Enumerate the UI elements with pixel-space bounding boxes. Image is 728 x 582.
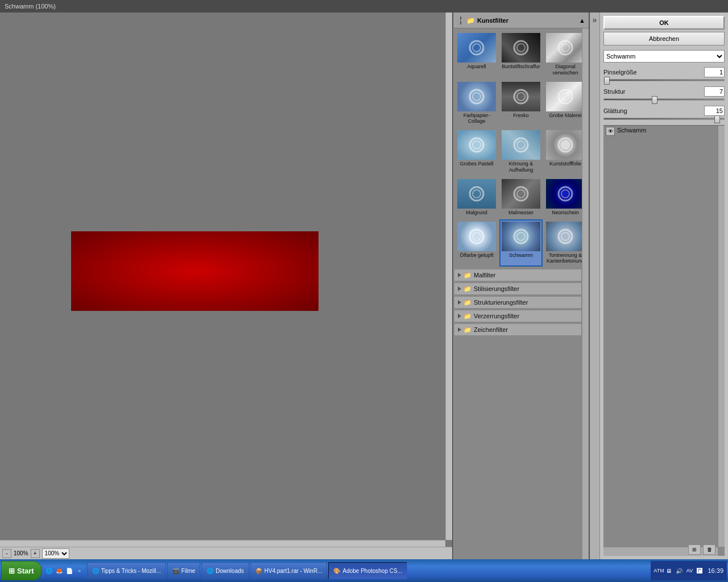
taskbar-item-downloads[interactable]: 🌐 Downloads: [201, 562, 249, 579]
taskbar: ⊞ Start 🌐 🦊 📄 » 🌐 Tipps & Tricks - Mozil…: [0, 559, 728, 582]
filter-item-label: Farbpapier-Collage: [457, 113, 496, 125]
cancel-button[interactable]: Abbrechen: [603, 32, 725, 45]
struktur-input[interactable]: [704, 86, 725, 97]
svg-point-8: [514, 90, 528, 103]
struktur-slider[interactable]: [603, 98, 725, 101]
filter-item-grobes-pastell[interactable]: Grobes Pastell: [455, 128, 498, 176]
taskbar-item-filme[interactable]: 🎬 Filme: [167, 562, 200, 579]
filter-item-buntstiftschraffur[interactable]: Buntstiftschraffur: [499, 31, 543, 78]
filter-folder-icon: 📁: [466, 16, 475, 24]
canvas-scroll-h[interactable]: [0, 540, 445, 547]
taskbar-item-photoshop[interactable]: 🎨 Adobe Photoshop CS...: [328, 562, 407, 579]
filter-item-neonschein[interactable]: Neonschein: [544, 177, 582, 218]
preview-eye-button[interactable]: 👁: [606, 127, 615, 136]
tray-icon-av[interactable]: AV: [685, 566, 694, 575]
tray-icon-volume[interactable]: 🔊: [675, 566, 684, 575]
tray-icon-network[interactable]: 🖥: [664, 566, 673, 575]
zeichen-header[interactable]: 📁 Zeichenfilter: [454, 323, 582, 336]
filter-thumb: [457, 82, 496, 111]
filter-panel: 📁 Kunstfilter ▲ AquarellBuntstiftschraff…: [453, 13, 590, 559]
svg-point-6: [470, 90, 483, 103]
malfilter-header[interactable]: 📁 Malfilter: [454, 269, 582, 281]
filter-item-farbpapier-collage[interactable]: Farbpapier-Collage: [455, 80, 498, 127]
canvas-zoom-select[interactable]: 100%: [42, 548, 69, 559]
collapse-arrow[interactable]: »: [593, 16, 597, 24]
filter-panel-inner: AquarellBuntstiftschraffurDiagonal verwi…: [454, 28, 589, 559]
taskbar-item-downloads-icon: 🌐: [206, 568, 213, 574]
struktur-group: Struktur: [603, 86, 725, 102]
collapse-icon[interactable]: [457, 15, 464, 26]
filter-item-körnung-&-aufhellung[interactable]: Körnung & Aufhellung: [499, 128, 543, 176]
malfilter-label: Malfilter: [474, 272, 496, 278]
filter-item-tontrennung-&-kantenbetonung[interactable]: Tontrennung & Kantenbetonung: [544, 219, 582, 267]
taskbar-ql-2[interactable]: 🦊: [55, 566, 64, 575]
strukturierung-header[interactable]: 📁 Strukturierungsfilter: [454, 296, 582, 309]
verzerrung-header[interactable]: 📁 Verzerrungsfilter: [454, 310, 582, 322]
filter-item-label: Buntstiftschraffur: [502, 64, 540, 70]
ok-button[interactable]: OK: [603, 16, 725, 30]
svg-point-17: [561, 141, 569, 149]
taskbar-item-photoshop-icon: 🎨: [333, 568, 340, 574]
pinselgroesse-input[interactable]: [704, 67, 725, 77]
filter-item-diagonal-verwischen[interactable]: Diagonal verwischen: [544, 31, 582, 78]
filter-item-label: Ölfarbe getupft: [460, 252, 494, 259]
filter-list[interactable]: AquarellBuntstiftschraffurDiagonal verwi…: [454, 28, 582, 559]
taskbar-item-winrar-icon: 📦: [255, 568, 262, 574]
tray-icon-ps[interactable]: 🅿: [695, 566, 704, 575]
taskbar-item-winrar[interactable]: 📦 HV4.part1.rar - WinR...: [250, 562, 328, 579]
taskbar-ql-1[interactable]: 🌐: [44, 566, 53, 575]
filter-category-stilisierung: 📁 Stilisierungsfilter: [454, 282, 582, 295]
filter-item-label: Körnung & Aufhellung: [502, 161, 540, 173]
filter-scroll-v[interactable]: [582, 28, 589, 559]
folder-icon-zeichen: 📁: [464, 326, 471, 334]
taskbar-ql-arrow[interactable]: »: [75, 566, 84, 575]
preview-btn-2[interactable]: 🗑: [703, 544, 715, 555]
pinselgroesse-slider[interactable]: [603, 79, 725, 81]
filter-thumb: [457, 130, 496, 160]
filter-item-label: Schwamm: [509, 252, 533, 259]
filter-items-grid: AquarellBuntstiftschraffurDiagonal verwi…: [454, 28, 582, 269]
taskbar-ql-3[interactable]: 📄: [65, 566, 74, 575]
verzerrung-label: Verzerrungsfilter: [474, 313, 519, 319]
preview-scroll-v[interactable]: [718, 126, 725, 547]
filter-item-ölfarbe-getupft[interactable]: Ölfarbe getupft: [455, 219, 498, 267]
filter-thumb: [546, 82, 582, 111]
filter-thumb: [502, 33, 540, 63]
svg-point-25: [473, 232, 481, 240]
taskbar-item-tipps-icon: 🌐: [92, 568, 99, 574]
canvas-zoom-plus[interactable]: +: [31, 549, 40, 558]
canvas-zoom-minus[interactable]: -: [2, 549, 11, 558]
filter-category-malfilter: 📁 Malfilter: [454, 269, 582, 281]
svg-point-16: [559, 138, 572, 152]
filter-item-fresko[interactable]: Fresko: [499, 80, 543, 127]
taskbar-item-filme-icon: 🎬: [172, 568, 179, 574]
filter-item-aquarell[interactable]: Aquarell: [455, 31, 498, 78]
filter-category-strukturierung: 📁 Strukturierungsfilter: [454, 296, 582, 309]
preview-btn-1[interactable]: ⊞: [688, 544, 701, 555]
glaettung-slider[interactable]: [603, 118, 725, 120]
filter-item-kunststofffolie[interactable]: Kunststofffolie: [544, 128, 582, 176]
svg-point-11: [561, 93, 569, 101]
svg-point-27: [517, 232, 525, 240]
canvas-scroll-v[interactable]: [445, 13, 452, 540]
filter-scroll-top[interactable]: ▲: [579, 17, 585, 24]
zeichen-label: Zeichenfilter: [474, 326, 508, 333]
tray-icon-atm[interactable]: ATM: [654, 566, 663, 575]
filter-item-label: Fresko: [513, 113, 529, 119]
taskbar-item-tipps[interactable]: 🌐 Tipps & Tricks - Mozill...: [87, 562, 166, 579]
svg-point-24: [470, 230, 483, 243]
filter-item-malmesser[interactable]: Malmesser: [499, 177, 543, 218]
filter-item-schwamm[interactable]: Schwamm: [499, 219, 543, 267]
start-button[interactable]: ⊞ Start: [1, 561, 42, 580]
filter-dropdown[interactable]: Schwamm: [603, 50, 725, 63]
glaettung-input[interactable]: [704, 106, 725, 116]
filter-category-title: Kunstfilter: [477, 17, 508, 24]
time-display: 16:39: [705, 567, 723, 574]
filter-item-grobe-malerei[interactable]: Grobe Malerei: [544, 80, 582, 127]
stilisierung-header[interactable]: 📁 Stilisierungsfilter: [454, 282, 582, 295]
filter-thumb: [502, 130, 540, 160]
preview-label: Schwamm: [617, 127, 646, 134]
filter-item-malgrund[interactable]: Malgrund: [455, 177, 498, 218]
svg-point-3: [517, 44, 525, 52]
canvas-bottom-bar: - 100% + 100%: [0, 547, 452, 559]
